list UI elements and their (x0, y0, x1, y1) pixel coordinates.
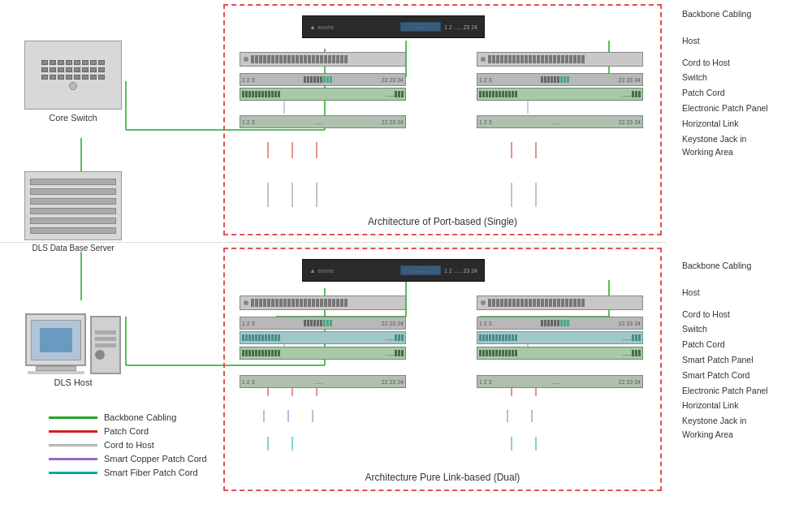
label-cord-to-host-bottom: Cord to Host (682, 307, 808, 322)
top-left-patch-panel-top: 1 2 3 22 23 24 (240, 73, 406, 86)
label-patch-cord-bottom: Patch Cord (682, 337, 808, 352)
label-cord-to-host-top: Cord to Host (682, 55, 808, 71)
top-left-keystone: 1 2 3 ...... 22 23 24 (240, 115, 406, 128)
bottom-right-switch (477, 296, 643, 310)
section-divider (0, 242, 666, 243)
top-diagram: ▲ euvre ........ 1 2 ..... 23 24 (223, 4, 662, 235)
bottom-left-electronic-patch-panel: ...... (240, 347, 406, 360)
bottom-right-patch-panel: 1 2 3 22 23 24 (477, 317, 643, 330)
top-host-server: ▲ euvre ........ 1 2 ..... 23 24 (302, 15, 485, 38)
label-horizontal-link-top: Horizontal Link (682, 116, 808, 132)
legend-cord-to-host-label: Cord to Host (104, 440, 154, 450)
legend-patch-cord-line (49, 430, 97, 433)
top-left-patch-panel-mid: ...... (240, 88, 406, 101)
core-switch-img (24, 41, 122, 110)
core-switch-label: Core Switch (49, 113, 97, 123)
bottom-left-keystone: 1 2 3 ...... 22 23 24 (240, 375, 406, 388)
legend-smart-copper: Smart Copper Patch Cord (49, 454, 207, 464)
dls-server-label: DLS Data Base Server (32, 244, 114, 252)
top-right-patch-panel-top: 1 2 3 22 23 24 (477, 73, 643, 86)
top-right-keystone: 1 2 3 ...... 22 23 24 (477, 115, 643, 128)
label-smart-patch-cord-bottom: Smart Patch Cord (682, 368, 808, 383)
label-host-bottom: Host (682, 285, 808, 300)
dls-host-label: DLS Host (54, 377, 92, 387)
left-devices: Core Switch DLS Data Base Server (24, 41, 122, 387)
right-labels-top: Backbone Cabling Host Cord to Host Switc… (682, 6, 808, 160)
bottom-left-patch-panel: 1 2 3 22 23 24 (240, 317, 406, 330)
label-switch-top: Switch (682, 70, 808, 85)
legend-backbone: Backbone Cabling (49, 412, 207, 422)
legend-smart-fiber-line (49, 472, 97, 474)
top-left-switch (240, 52, 406, 67)
label-keystone-jack-bottom: Keystone Jack inWorking Area (682, 413, 808, 442)
bottom-right-smart-patch-panel: ...... (477, 331, 643, 344)
top-host-brand: ▲ euvre (309, 24, 397, 31)
dls-server-img (24, 171, 122, 240)
dls-host-img (25, 301, 121, 374)
label-keystone-jack-top: Keystone Jack inWorking Area (682, 132, 808, 161)
bottom-left-switch (240, 296, 406, 310)
label-backbone-cabling-bottom: Backbone Cabling (682, 258, 808, 274)
label-electronic-patch-panel-bottom: Electronic Patch Panel (682, 383, 808, 399)
legend-smart-copper-label: Smart Copper Patch Cord (104, 454, 207, 464)
legend-patch-cord-label: Patch Cord (104, 426, 149, 436)
legend: Backbone Cabling Patch Cord Cord to Host… (49, 412, 207, 477)
label-horizontal-link-bottom: Horizontal Link (682, 398, 808, 413)
legend-cord-to-host: Cord to Host (49, 440, 207, 450)
top-diagram-title: Architecture of Port-based (Single) (368, 216, 517, 227)
legend-smart-copper-line (49, 458, 97, 460)
bottom-diagram: ▲ euvre ........ 1 2 ..... 23 24 (223, 248, 662, 491)
core-switch-block: Core Switch (24, 41, 122, 123)
legend-smart-fiber-label: Smart Fiber Patch Cord (104, 468, 198, 477)
label-switch-bottom: Switch (682, 321, 808, 337)
main-container: Core Switch DLS Data Base Server (0, 0, 812, 522)
bottom-host-server: ▲ euvre ........ 1 2 ..... 23 24 (302, 259, 485, 282)
legend-backbone-label: Backbone Cabling (104, 412, 176, 422)
legend-backbone-line (49, 416, 97, 419)
label-host-top: Host (682, 33, 808, 49)
label-patch-cord-top: Patch Cord (682, 85, 808, 101)
top-right-patch-panel-mid: ...... (477, 88, 643, 101)
legend-cord-to-host-line (49, 444, 97, 447)
label-electronic-patch-panel-top: Electronic Patch Panel (682, 101, 808, 116)
label-backbone-cabling-top: Backbone Cabling (682, 6, 808, 22)
dls-host-block: DLS Host (24, 301, 122, 387)
label-smart-patch-panel-bottom: Smart Patch Panel (682, 352, 808, 368)
legend-smart-fiber: Smart Fiber Patch Cord (49, 468, 207, 477)
legend-patch-cord: Patch Cord (49, 426, 207, 436)
right-labels-bottom: Backbone Cabling Host Cord to Host Switc… (682, 258, 808, 442)
bottom-left-smart-patch-panel: ...... (240, 331, 406, 344)
bottom-right-keystone: 1 2 3 ...... 22 23 24 (477, 375, 643, 388)
bottom-right-electronic-patch-panel: ...... (477, 347, 643, 360)
top-right-switch (477, 52, 643, 67)
bottom-diagram-title: Architecture Pure Link-based (Dual) (365, 472, 520, 483)
dls-server-block: DLS Data Base Server (24, 171, 122, 252)
